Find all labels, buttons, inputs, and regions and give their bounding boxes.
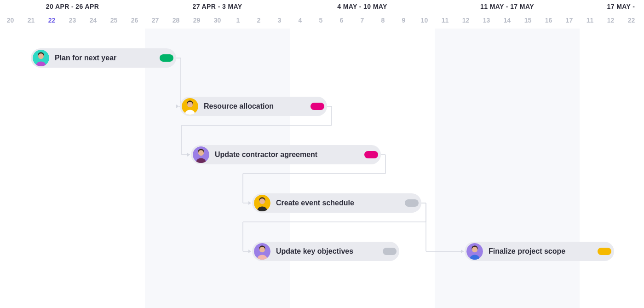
day-label: 8 [373,17,393,24]
week-column [0,0,145,308]
day-label: 2 [248,17,269,24]
day-label: 7 [352,17,373,24]
day-label: 9 [393,17,414,24]
day-label: 4 [290,17,310,24]
day-label: 21 [21,17,41,24]
day-label: 14 [497,17,518,24]
day-label: 29 [186,17,207,24]
day-label: 13 [476,17,497,24]
day-label: 16 [538,17,559,24]
day-label: 3 [269,17,290,24]
task-bar[interactable]: Update contractor agreement [191,145,381,164]
week-label: 11 MAY - 17 MAY [435,3,580,10]
status-pill[interactable] [160,54,173,62]
task-bar[interactable]: Finalize project scope [465,242,614,261]
status-pill[interactable] [310,103,324,110]
status-pill[interactable] [383,248,397,255]
task-bar[interactable]: Resource allocation [180,97,327,116]
assignee-avatar[interactable] [182,98,198,115]
day-label: 28 [166,17,186,24]
timeline-header: 20 APR - 26 APR27 APR - 3 MAY4 MAY - 10 … [0,0,644,29]
week-label: 27 APR - 3 MAY [145,3,290,10]
week-label: 17 MAY - [580,3,644,10]
week-label: 20 APR - 26 APR [0,3,145,10]
assignee-avatar[interactable] [466,243,483,260]
day-label: 23 [62,17,83,24]
day-label: 17 [559,17,580,24]
day-label: 15 [518,17,538,24]
day-label: 5 [310,17,331,24]
day-label: 10 [414,17,435,24]
day-label: 23 [642,17,644,24]
task-bar[interactable]: Update key objectives [252,242,399,261]
task-title: Finalize project scope [489,247,594,256]
week-label: 4 MAY - 10 MAY [290,3,435,10]
task-title: Update contractor agreement [215,151,361,159]
task-title: Resource allocation [204,102,307,110]
day-label: 22 [621,17,642,24]
week-column [435,0,580,308]
day-label: 1 [228,17,248,24]
day-label: 26 [124,17,145,24]
day-label: 11 [435,17,455,24]
task-title: Plan for next year [55,54,156,62]
task-title: Update key objectives [276,247,379,256]
task-bar[interactable]: Plan for next year [31,48,176,68]
gantt-chart[interactable]: 20 APR - 26 APR27 APR - 3 MAY4 MAY - 10 … [0,0,644,308]
day-label: 11 [580,17,600,24]
status-pill[interactable] [364,151,378,158]
week-column [580,0,644,308]
day-label: 20 [0,17,21,24]
day-label: 12 [600,17,621,24]
status-pill[interactable] [405,199,419,207]
day-label: 12 [455,17,476,24]
day-label: 27 [145,17,166,24]
assignee-avatar[interactable] [193,146,209,163]
assignee-avatar[interactable] [254,195,270,211]
task-bar[interactable]: Create event schedule [252,193,421,213]
status-pill[interactable] [598,248,611,255]
task-title: Create event schedule [276,199,401,207]
day-label: 30 [207,17,228,24]
day-label: 25 [104,17,124,24]
day-label: 6 [331,17,352,24]
day-label: 22 [41,17,62,24]
assignee-avatar[interactable] [254,243,270,260]
assignee-avatar[interactable] [33,50,49,66]
day-label: 24 [83,17,104,24]
